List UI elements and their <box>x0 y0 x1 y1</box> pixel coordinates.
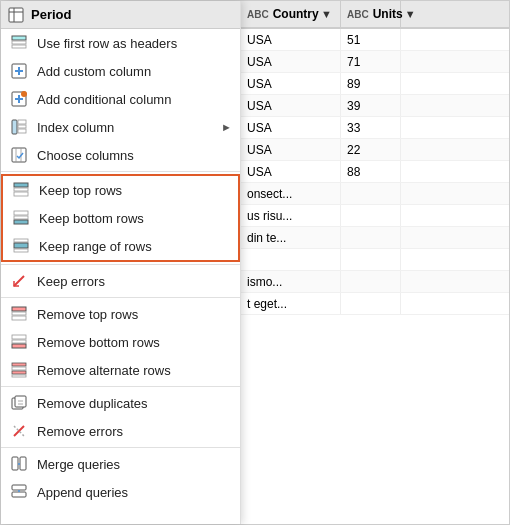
index-column-arrow: ► <box>221 121 232 133</box>
remove-duplicates-label: Remove duplicates <box>37 396 148 411</box>
cell-units <box>341 271 401 292</box>
cell-units <box>341 183 401 204</box>
menu-item-remove-alternate[interactable]: Remove alternate rows <box>1 356 240 384</box>
cell-country: USA <box>241 117 341 138</box>
menu-item-remove-errors[interactable]: Remove errors <box>1 417 240 445</box>
svg-rect-13 <box>12 120 17 134</box>
cell-units: 89 <box>341 73 401 94</box>
remove-top-label: Remove top rows <box>37 307 138 322</box>
cell-country: us risu... <box>241 205 341 226</box>
svg-rect-34 <box>12 340 26 343</box>
index-column-label: Index column <box>37 120 114 135</box>
divider-2 <box>1 264 240 265</box>
remove-alternate-label: Remove alternate rows <box>37 363 171 378</box>
table-row: ismo... <box>241 271 509 293</box>
country-name: Country <box>273 7 319 21</box>
first-row-label: Use first row as headers <box>37 36 177 51</box>
cell-country: USA <box>241 161 341 182</box>
table-row: USA22 <box>241 139 509 161</box>
table-row: t eget... <box>241 293 509 315</box>
table-row: USA51 <box>241 29 509 51</box>
keep-bottom-label: Keep bottom rows <box>39 211 144 226</box>
menu-item-keep-range[interactable]: Keep range of rows <box>3 232 238 260</box>
table-row: USA71 <box>241 51 509 73</box>
svg-rect-5 <box>12 45 26 48</box>
menu-item-remove-bottom[interactable]: Remove bottom rows <box>1 328 240 356</box>
cell-units: 71 <box>341 51 401 72</box>
remove-duplicates-icon <box>9 393 29 413</box>
remove-top-icon <box>9 304 29 324</box>
table-row: onsect... <box>241 183 509 205</box>
menu-title: Period <box>31 7 71 22</box>
svg-rect-37 <box>12 367 26 370</box>
index-column-icon <box>9 117 29 137</box>
cell-country <box>241 249 341 270</box>
svg-rect-32 <box>12 316 26 320</box>
cell-country: USA <box>241 95 341 116</box>
table-row: USA33 <box>241 117 509 139</box>
first-row-icon <box>9 33 29 53</box>
svg-rect-27 <box>14 243 28 248</box>
remove-errors-label: Remove errors <box>37 424 123 439</box>
country-filter-btn[interactable]: ▼ <box>319 8 334 20</box>
units-filter-btn[interactable]: ▼ <box>403 8 418 20</box>
svg-rect-25 <box>14 220 28 224</box>
country-type: ABC <box>247 9 269 20</box>
svg-point-12 <box>21 91 27 97</box>
append-queries-icon <box>9 482 29 502</box>
svg-rect-50 <box>12 492 26 497</box>
remove-bottom-label: Remove bottom rows <box>37 335 160 350</box>
svg-rect-38 <box>12 371 26 374</box>
menu-item-merge-queries[interactable]: Merge queries <box>1 450 240 478</box>
menu-item-remove-duplicates[interactable]: Remove duplicates <box>1 389 240 417</box>
svg-rect-35 <box>12 344 26 348</box>
table-row: USA88 <box>241 161 509 183</box>
divider-1 <box>1 171 240 172</box>
keep-bottom-icon <box>11 208 31 228</box>
units-name: Units <box>373 7 403 21</box>
th-country: ABC Country ▼ <box>241 1 341 27</box>
svg-rect-31 <box>12 312 26 315</box>
menu-item-append-queries[interactable]: Append queries <box>1 478 240 506</box>
menu-item-keep-errors[interactable]: Keep errors <box>1 267 240 295</box>
add-custom-icon <box>9 61 29 81</box>
svg-rect-33 <box>12 335 26 339</box>
table-row: USA89 <box>241 73 509 95</box>
remove-errors-icon <box>9 421 29 441</box>
cell-country: USA <box>241 73 341 94</box>
table-icon <box>7 6 25 24</box>
menu-item-add-conditional[interactable]: Add conditional column <box>1 85 240 113</box>
cell-units <box>341 249 401 270</box>
divider-3 <box>1 297 240 298</box>
menu-item-add-custom[interactable]: Add custom column <box>1 57 240 85</box>
add-conditional-icon <box>9 89 29 109</box>
svg-rect-46 <box>12 457 18 470</box>
main-container: Period Use first row as headers Add cust… <box>0 0 510 525</box>
units-type: ABC <box>347 9 369 20</box>
menu-item-keep-top[interactable]: Keep top rows <box>3 176 238 204</box>
cell-units <box>341 205 401 226</box>
table-row: USA39 <box>241 95 509 117</box>
svg-rect-15 <box>18 125 26 128</box>
table-header: ABC Country ▼ ABC Units ▼ <box>241 1 509 29</box>
menu-item-first-row[interactable]: Use first row as headers <box>1 29 240 57</box>
svg-rect-47 <box>20 457 26 470</box>
menu-item-remove-top[interactable]: Remove top rows <box>1 300 240 328</box>
svg-rect-36 <box>12 363 26 366</box>
menu-item-keep-bottom[interactable]: Keep bottom rows <box>3 204 238 232</box>
svg-line-29 <box>14 276 24 286</box>
keep-range-icon <box>11 236 31 256</box>
cell-units: 39 <box>341 95 401 116</box>
add-custom-label: Add custom column <box>37 64 151 79</box>
cell-country: USA <box>241 51 341 72</box>
cell-country: onsect... <box>241 183 341 204</box>
cell-country: t eget... <box>241 293 341 314</box>
menu-header: Period <box>1 1 240 29</box>
keep-errors-label: Keep errors <box>37 274 105 289</box>
svg-rect-4 <box>12 41 26 44</box>
cell-country: din te... <box>241 227 341 248</box>
menu-item-choose-columns[interactable]: Choose columns <box>1 141 240 169</box>
keep-top-label: Keep top rows <box>39 183 122 198</box>
menu-item-index-column[interactable]: Index column ► <box>1 113 240 141</box>
cell-units: 33 <box>341 117 401 138</box>
